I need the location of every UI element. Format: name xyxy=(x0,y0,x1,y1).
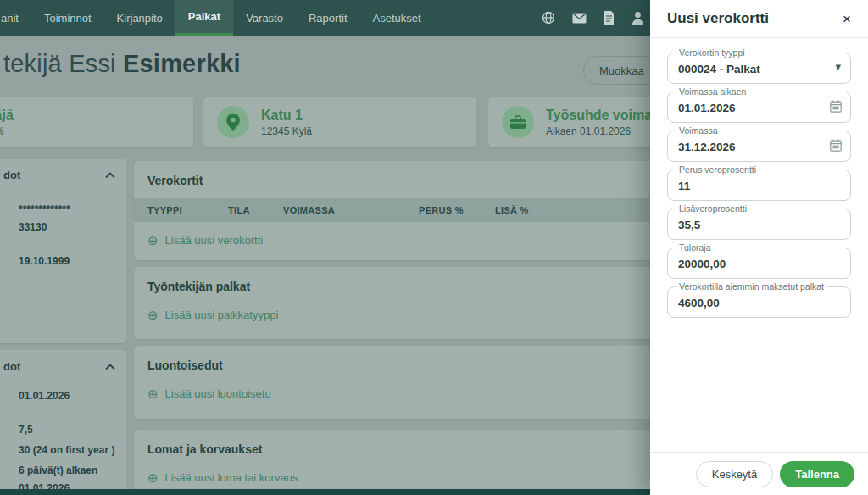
column-header-perus: PERUS % xyxy=(419,205,495,215)
column-header-tyyppi: TYYPPI xyxy=(147,205,228,215)
location-pin-icon xyxy=(217,106,249,138)
cancel-button[interactable]: Keskeytä xyxy=(696,461,773,487)
section-title: Verokortit xyxy=(134,161,676,187)
field-value: 4600,00 xyxy=(678,297,720,309)
field-label: Lisäveroprosentti xyxy=(676,203,750,214)
section-title: Lomat ja korvaukset xyxy=(134,430,676,456)
drawer-form: Verokortin tyyppi 000024 - Palkat ▾ Voim… xyxy=(650,38,868,452)
drawer-header: Uusi verokortti × xyxy=(650,0,868,38)
sidebar-value-ssn: ************* xyxy=(19,203,115,215)
field-value: 31.12.2026 xyxy=(678,141,736,153)
column-header-tila: TILA xyxy=(228,205,283,215)
field-label: Verokortin tyyppi xyxy=(676,47,748,58)
briefcase-icon xyxy=(502,106,534,138)
field-label: Voimassa alkaen xyxy=(676,86,749,97)
page-title-surname: Esimerkki xyxy=(123,50,241,77)
column-header-lisa: LISÄ % xyxy=(495,205,563,215)
sidebar-section-title: dot xyxy=(3,169,20,181)
nav-item-palkat[interactable]: Palkat xyxy=(175,0,233,36)
caret-down-icon: ▾ xyxy=(835,60,841,73)
field-value: 20000,00 xyxy=(678,258,726,270)
section-fringe-benefits: Luontoisedut ⊕ Lisää uusi luontoisetu xyxy=(134,346,676,419)
section-employee-salaries: Työntekijän palkat ⊕ Lisää uusi palkkaty… xyxy=(134,267,676,339)
field-label: Verokortilla aiemmin maksetut palkat xyxy=(676,281,827,292)
sidebar-section-employment-info: dot 01.01.2026 7,5 30 (24 on first year … xyxy=(0,350,127,495)
sidebar-value-birthdate: 19.10.1999 xyxy=(19,255,115,267)
field-label: Tuloraja xyxy=(676,242,715,253)
add-tax-card-link[interactable]: ⊕ Lisää uusi verokortti xyxy=(134,222,676,259)
section-tax-cards: Verokortit TYYPPI TILA VOIMASSA PERUS % … xyxy=(134,161,676,260)
plus-circle-icon: ⊕ xyxy=(147,309,159,321)
add-link-label: Lisää uusi loma tai korvaus xyxy=(165,471,298,484)
income-limit-field[interactable]: Tuloraja 20000,00 xyxy=(667,248,851,279)
info-card-subtitle: 12345 Kylä xyxy=(261,125,312,137)
info-card-address: Katu 1 12345 Kylä xyxy=(203,97,476,147)
nav-item-varasto[interactable]: Varasto xyxy=(233,0,296,36)
sidebar-value-days-from: 6 päivä(t) alkaen xyxy=(19,464,115,476)
valid-until-date-field[interactable]: Voimassa 31.12.2026 xyxy=(667,131,851,162)
nav-item-cut[interactable]: anit xyxy=(0,0,31,36)
drawer-title: Uusi verokortti xyxy=(667,10,769,27)
sidebar-value-hours: 7,5 xyxy=(19,424,115,436)
info-card-title: Katu 1 xyxy=(261,108,312,123)
globe-icon[interactable] xyxy=(542,11,555,25)
sidebar-value-postal: 33130 xyxy=(19,221,115,233)
edit-button-label: Muokkaa xyxy=(599,64,644,77)
sidebar-section-basic-info: dot ************* 33130 19.10.1999 xyxy=(0,159,127,343)
additional-tax-percent-field[interactable]: Lisäveroprosentti 35,5 xyxy=(667,209,851,240)
document-icon[interactable] xyxy=(604,11,615,25)
sidebar-section-title: dot xyxy=(3,360,20,373)
add-link-label: Lisää uusi verokortti xyxy=(165,234,264,247)
app-screen: anit Toiminnot Kirjanpito Palkat Varasto… xyxy=(0,0,868,495)
nav-item-raportit[interactable]: Raportit xyxy=(296,0,360,36)
add-salary-type-link[interactable]: ⊕ Lisää uusi palkkatyyppi xyxy=(134,293,676,333)
nav-icon-group xyxy=(542,0,644,36)
sidebar-value-vacation-days: 30 (24 on first year ) xyxy=(19,444,115,456)
previously-paid-salaries-field[interactable]: Verokortilla aiemmin maksetut palkat 460… xyxy=(667,286,851,318)
info-card-title: pitäjä xyxy=(0,108,14,123)
info-card-subtitle: 100% xyxy=(0,125,14,137)
chevron-up-icon[interactable] xyxy=(105,172,115,179)
plus-circle-icon: ⊕ xyxy=(147,471,159,484)
base-tax-percent-field[interactable]: Perus veroprosentti 11 xyxy=(667,170,851,201)
field-value: 01.01.2026 xyxy=(678,102,736,114)
mail-icon[interactable] xyxy=(572,13,587,24)
add-link-label: Lisää uusi palkkatyyppi xyxy=(165,309,279,321)
column-header-voimassa: VOIMASSA xyxy=(283,205,419,215)
new-tax-card-drawer: Uusi verokortti × Verokortin tyyppi 0000… xyxy=(650,0,868,495)
section-title: Työntekijän palkat xyxy=(134,267,676,293)
drawer-footer: Keskeytä Tallenna xyxy=(650,452,868,495)
section-vacations-compensations: Lomat ja korvaukset ⊕ Lisää uusi loma ta… xyxy=(134,430,676,490)
add-fringe-benefit-link[interactable]: ⊕ Lisää uusi luontoisetu xyxy=(134,372,676,412)
sidebar-value-start-date: 01.01.2026 xyxy=(19,390,115,402)
calendar-icon[interactable] xyxy=(830,100,842,116)
valid-from-date-field[interactable]: Voimassa alkaen 01.01.2026 xyxy=(667,92,851,123)
tax-card-table-header: TYYPPI TILA VOIMASSA PERUS % LISÄ % xyxy=(134,198,676,222)
add-vacation-link[interactable]: ⊕ Lisää uusi loma tai korvaus xyxy=(134,456,676,490)
close-icon[interactable]: × xyxy=(843,12,851,26)
save-button[interactable]: Tallenna xyxy=(780,461,854,487)
tax-card-type-select[interactable]: Verokortin tyyppi 000024 - Palkat ▾ xyxy=(667,53,851,84)
chevron-up-icon[interactable] xyxy=(105,364,115,370)
user-icon[interactable] xyxy=(632,11,644,25)
nav-item-toiminnot[interactable]: Toiminnot xyxy=(31,0,104,36)
plus-circle-icon: ⊕ xyxy=(147,387,159,400)
field-value: 11 xyxy=(678,180,690,192)
field-label: Voimassa xyxy=(676,125,721,136)
nav-tabs: anit Toiminnot Kirjanpito Palkat Varasto… xyxy=(0,0,434,36)
info-card-accountant: pitäjä 100% xyxy=(0,97,193,147)
field-value: 000024 - Palkat xyxy=(678,63,760,75)
plus-circle-icon: ⊕ xyxy=(147,234,159,247)
nav-item-kirjanpito[interactable]: Kirjanpito xyxy=(104,0,175,36)
field-label: Perus veroprosentti xyxy=(676,164,760,175)
page-title-prefix: tekijä Essi xyxy=(3,50,123,77)
calendar-icon[interactable] xyxy=(830,139,842,155)
page-title: tekijä Essi Esimerkki xyxy=(3,50,241,78)
nav-item-asetukset[interactable]: Asetukset xyxy=(360,0,434,36)
field-value: 35,5 xyxy=(678,219,700,231)
add-link-label: Lisää uusi luontoisetu xyxy=(165,387,271,400)
section-title: Luontoisedut xyxy=(134,346,676,372)
